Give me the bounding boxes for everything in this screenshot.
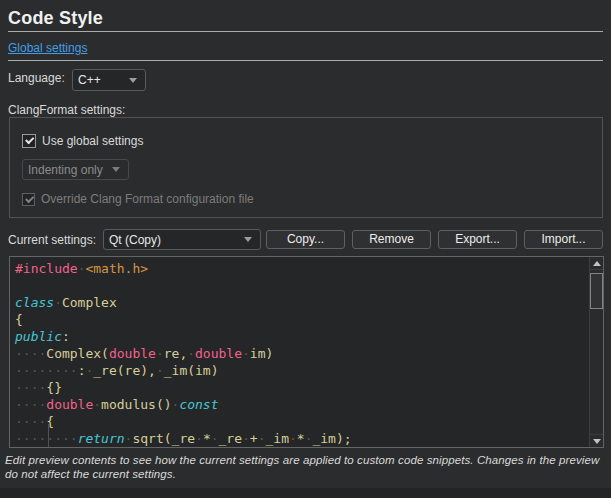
page-title: Code Style xyxy=(8,8,103,29)
current-settings-label: Current settings: xyxy=(8,233,96,247)
code-line: ····double·modulus()·const xyxy=(15,396,589,413)
code-lines: #include·<math.h> class·Complex{public:·… xyxy=(10,257,589,447)
code-line: ····{ xyxy=(15,413,589,430)
scrollbar-down-button[interactable] xyxy=(590,434,603,447)
code-line: ····{} xyxy=(15,379,589,396)
code-line: ········return·sqrt(_re·*·_re·+·_im·*·_i… xyxy=(15,430,589,447)
code-line: public: xyxy=(15,328,589,345)
arrow-down-icon xyxy=(593,439,601,444)
code-preview-editor[interactable]: #include·<math.h> class·Complex{public:·… xyxy=(9,256,604,448)
clangformat-settings-group: Use global settings Indenting only Overr… xyxy=(9,117,603,218)
current-settings-value: Qt (Copy) xyxy=(104,233,244,247)
chevron-down-icon xyxy=(244,237,252,242)
copy-button[interactable]: Copy... xyxy=(266,230,345,249)
language-label: Language: xyxy=(8,71,65,85)
scrollbar-thumb[interactable] xyxy=(590,273,603,309)
language-combo-value: C++ xyxy=(73,73,129,87)
language-combo[interactable]: C++ xyxy=(72,69,146,91)
code-line: { xyxy=(15,311,589,328)
scrollbar-up-button[interactable] xyxy=(590,257,603,270)
vertical-scrollbar[interactable] xyxy=(589,257,603,447)
current-settings-combo[interactable]: Qt (Copy) xyxy=(103,229,261,250)
checkbox-checked-icon[interactable] xyxy=(22,134,36,148)
indenting-mode-combo[interactable]: Indenting only xyxy=(22,159,129,180)
global-settings-link[interactable]: Global settings xyxy=(8,41,87,55)
override-clang-format-label: Override Clang Format configuration file xyxy=(41,192,254,206)
footer-note: Edit preview contents to see how the cur… xyxy=(5,453,607,481)
use-global-settings-checkbox[interactable]: Use global settings xyxy=(22,134,143,148)
code-line: ····Complex(double·re,·double·im) xyxy=(15,345,589,362)
chevron-down-icon xyxy=(129,78,137,83)
indenting-mode-value: Indenting only xyxy=(23,163,112,177)
footer-note-line1: Edit preview contents to see how the cur… xyxy=(5,454,599,466)
arrow-up-icon xyxy=(593,261,601,266)
code-line xyxy=(15,277,589,294)
code-line: class·Complex xyxy=(15,294,589,311)
bottom-strip xyxy=(0,488,611,498)
footer-note-line2: do not affect the current settings. xyxy=(5,468,176,480)
code-line: ········:·_re(re),·_im(im) xyxy=(15,362,589,379)
import-button[interactable]: Import... xyxy=(524,230,603,249)
link-separator xyxy=(8,60,603,61)
remove-button[interactable]: Remove xyxy=(352,230,431,249)
code-line: #include·<math.h> xyxy=(15,260,589,277)
use-global-settings-label: Use global settings xyxy=(42,134,143,148)
checkbox-checked-disabled-icon[interactable] xyxy=(22,193,35,206)
clangformat-settings-label: ClangFormat settings: xyxy=(8,103,125,117)
override-clang-format-checkbox[interactable]: Override Clang Format configuration file xyxy=(22,192,254,206)
title-separator xyxy=(8,31,603,32)
block-indent-guide xyxy=(48,424,49,447)
export-button[interactable]: Export... xyxy=(438,230,517,249)
chevron-down-icon xyxy=(112,167,120,172)
